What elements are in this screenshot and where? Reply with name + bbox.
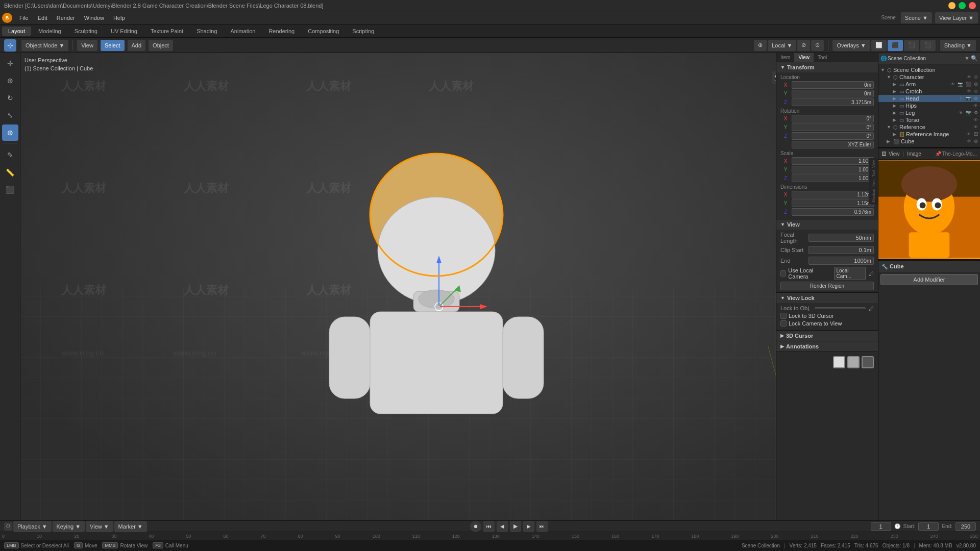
view-header[interactable]: ▼ View [776, 219, 878, 230]
tab-uv-editing[interactable]: UV Editing [105, 27, 143, 36]
arm-camera[interactable]: 📷 [958, 82, 963, 87]
tool-vtab[interactable]: Tool [871, 169, 876, 178]
record-btn[interactable]: ⏺ [470, 521, 481, 532]
view-layer-selector[interactable]: View Layer ▼ [935, 12, 978, 23]
outliner-arm[interactable]: ▶ ▭ Arm 👁 📷 ⬛ ⚙ [878, 81, 980, 88]
tab-layout[interactable]: Layout [2, 27, 31, 36]
menu-render[interactable]: Render [53, 14, 79, 22]
arm-render[interactable]: ⬛ [966, 82, 971, 87]
shading-material[interactable]: ⬛ [904, 40, 919, 51]
scale-y-field[interactable]: 1.000 [792, 166, 874, 173]
clip-end-value[interactable]: 1000m [808, 257, 874, 265]
ref-eye[interactable]: 👁 [973, 124, 978, 130]
scale-x-field[interactable]: 1.000 [792, 157, 874, 165]
torso-eye[interactable]: 👁 [973, 117, 978, 122]
tool-cursor[interactable]: ✛ [2, 55, 18, 71]
view-tab[interactable]: View [889, 151, 900, 157]
location-z-field[interactable]: 3.1715m [792, 98, 874, 106]
local-camera-checkbox[interactable] [780, 270, 786, 277]
annotations-header[interactable]: ▶ Annotations [776, 341, 878, 352]
location-x-field[interactable]: 0m [792, 81, 874, 89]
dim-x-field[interactable]: 1.12m [792, 191, 874, 198]
outliner-reference[interactable]: ▼ ⬡ Reference 👁 [878, 123, 980, 131]
n-tab-view[interactable]: View [794, 53, 814, 62]
tab-scripting[interactable]: Scripting [346, 27, 380, 36]
select-menu[interactable]: Select [101, 40, 125, 51]
close-button[interactable] [969, 2, 976, 9]
tool-scale[interactable]: ⤡ [2, 107, 18, 123]
shading-solid[interactable]: ⬛ [888, 40, 903, 51]
end-frame-field[interactable]: 250 [955, 522, 976, 531]
overlays-btn[interactable]: Overlays ▼ [832, 40, 870, 51]
timeline-icon[interactable]: ⏱ [4, 522, 12, 531]
playback-menu[interactable]: Playback ▼ [13, 521, 52, 532]
outliner-torso[interactable]: ▶ ▭ Torso 👁 [878, 116, 980, 123]
item-vtab[interactable]: Item [871, 179, 876, 188]
focal-length-value[interactable]: 50mm [808, 234, 874, 242]
proportional-edit[interactable]: ⊙ [811, 40, 824, 51]
tool-transform[interactable]: ⊕ [2, 124, 18, 141]
image-tab[interactable]: Image [907, 151, 921, 157]
tool-annotate[interactable]: ✎ [2, 147, 18, 163]
tab-modeling[interactable]: Modeling [32, 27, 67, 36]
add-modifier-btn[interactable]: Add Modifier [880, 274, 978, 285]
tool-measure[interactable]: 📏 [2, 164, 18, 181]
keying-menu[interactable]: Keying ▼ [53, 521, 85, 532]
location-y-field[interactable]: 0m [792, 90, 874, 97]
add-menu[interactable]: Add [128, 40, 146, 51]
crotch-eye[interactable]: 👁 [967, 89, 971, 94]
tool-move[interactable]: ⊕ [2, 72, 18, 89]
crotch-options[interactable]: ⚙ [974, 89, 978, 94]
prev-frame-btn[interactable]: ◀ [497, 521, 508, 532]
menu-file[interactable]: File [15, 14, 33, 22]
head-camera[interactable]: 📷 [966, 96, 971, 101]
lock-obj-edit-icon[interactable]: 🖊 [869, 306, 874, 311]
start-frame-field[interactable]: 1 [918, 522, 939, 531]
local-cam-icon[interactable]: 🖊 [869, 271, 874, 277]
skip-back-btn[interactable]: ⏮ [483, 521, 495, 532]
outliner-head[interactable]: ▶ ▭ Head 👁 📷 ⚙ [878, 95, 980, 102]
current-frame-field[interactable]: 1 [871, 522, 891, 531]
hips-eye[interactable]: 👁 [973, 103, 978, 108]
skip-fwd-btn[interactable]: ⏭ [536, 521, 548, 532]
object-menu[interactable]: Object [149, 40, 173, 51]
marker-menu[interactable]: Marker ▼ [114, 521, 147, 532]
view-lock-header[interactable]: ▼ View Lock [776, 293, 878, 303]
mode-selector[interactable]: Object Mode ▼ [21, 40, 68, 51]
menu-window[interactable]: Window [80, 14, 108, 22]
outliner-filter-icon[interactable]: ▼ [964, 55, 970, 62]
next-frame-btn[interactable]: ▶ [523, 521, 534, 532]
play-btn[interactable]: ▶ [510, 521, 521, 532]
shading-render[interactable]: ⬛ [920, 40, 936, 51]
menu-help[interactable]: Help [109, 14, 129, 22]
dim-z-field[interactable]: 0.976m [792, 208, 874, 216]
tab-compositing[interactable]: Compositing [302, 27, 345, 36]
leg-camera[interactable]: 📷 [966, 110, 971, 115]
shading-preset-dark[interactable] [862, 356, 874, 368]
shading-preset-mid[interactable] [847, 356, 860, 368]
lock-camera-checkbox[interactable] [780, 320, 787, 327]
tool-rotate[interactable]: ↻ [2, 90, 18, 106]
view-menu[interactable]: View [77, 40, 97, 51]
tab-texture-paint[interactable]: Texture Paint [144, 27, 189, 36]
view-menu-timeline[interactable]: View ▼ [86, 521, 113, 532]
rotation-y-field[interactable]: 0° [792, 123, 874, 131]
scene-selector[interactable]: Scene ▼ [901, 12, 932, 23]
menu-edit[interactable]: Edit [34, 14, 52, 22]
shortcut-vtab[interactable]: Shortcut [871, 188, 876, 204]
tab-rendering[interactable]: Rendering [262, 27, 301, 36]
local-global[interactable]: Local ▼ [768, 40, 796, 51]
refimg-options[interactable]: 🖼 [973, 132, 978, 137]
outliner-scene-collection[interactable]: ▼ ⬡ Scene Collection [878, 66, 980, 73]
pivot-point[interactable]: ⊕ [754, 40, 767, 51]
maximize-button[interactable] [959, 2, 966, 9]
outliner-crotch[interactable]: ▶ ▭ Crotch 👁 ⚙ [878, 88, 980, 95]
tab-shading[interactable]: Shading [190, 27, 223, 36]
arm-eye[interactable]: 👁 [950, 82, 955, 87]
image-pin-icon[interactable]: 📌 [935, 151, 941, 157]
n-tab-item[interactable]: Item [776, 53, 794, 62]
char-eye[interactable]: 👁 [967, 74, 971, 80]
arm-options[interactable]: ⚙ [974, 82, 978, 87]
char-options[interactable]: ⚙ [974, 74, 978, 80]
mode-icon-select[interactable]: ⊹ [4, 39, 16, 52]
